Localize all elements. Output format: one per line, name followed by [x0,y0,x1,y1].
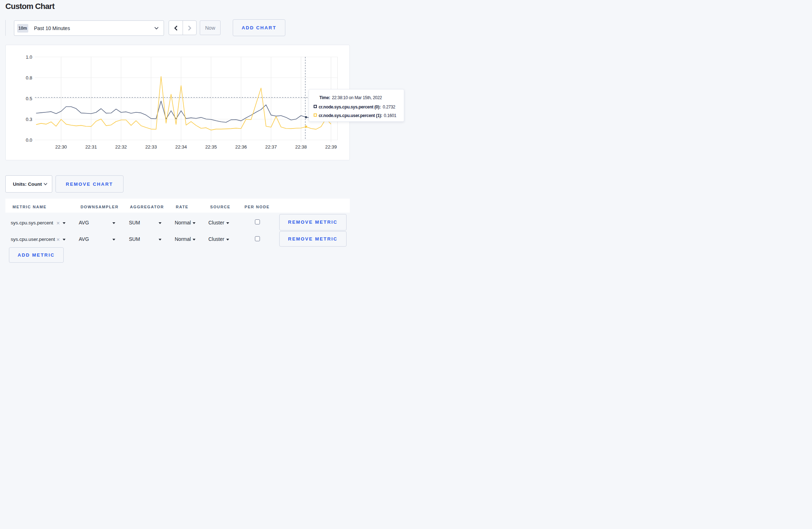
svg-text:1.0: 1.0 [26,54,32,60]
svg-text:22:37: 22:37 [265,144,277,150]
svg-text:22:36: 22:36 [235,144,247,150]
svg-text:22:30: 22:30 [55,144,67,150]
svg-text:0.8: 0.8 [26,75,32,81]
svg-text:0.3: 0.3 [26,117,32,122]
svg-text:0.0: 0.0 [26,137,32,143]
svg-text:22:39: 22:39 [325,144,337,150]
svg-text:22:33: 22:33 [145,144,157,150]
svg-text:22:34: 22:34 [175,144,187,150]
svg-text:0.5: 0.5 [26,96,32,101]
svg-text:22:32: 22:32 [115,144,127,150]
svg-text:22:31: 22:31 [85,144,97,150]
svg-text:22:38: 22:38 [295,144,307,150]
svg-text:22:35: 22:35 [205,144,217,150]
